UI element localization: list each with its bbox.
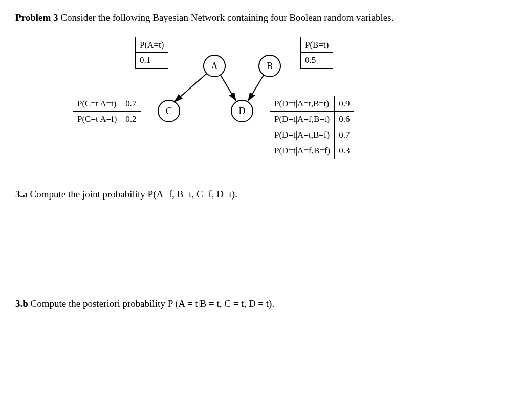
question-3b-label: 3.b bbox=[15, 298, 28, 309]
question-3a-text: Compute the joint probability P(A=f, B=t… bbox=[28, 189, 237, 200]
cpt-b: P(B=t) 0.5 bbox=[300, 37, 333, 69]
node-d: D bbox=[231, 100, 253, 122]
cpt-a-value: 0.1 bbox=[136, 53, 168, 69]
bayesian-network-diagram: A B C D P(A=t) 0.1 P(B=t) 0.5 P(C=t|A=t)… bbox=[62, 34, 462, 167]
cpt-c: P(C=t|A=t) 0.7 P(C=t|A=f) 0.2 bbox=[73, 96, 141, 128]
cpt-a: P(A=t) 0.1 bbox=[135, 37, 168, 69]
cpt-d: P(D=t|A=t,B=t) 0.9 P(D=t|A=f,B=t) 0.6 P(… bbox=[270, 96, 354, 159]
question-3a-label: 3.a bbox=[15, 189, 28, 200]
node-a: A bbox=[203, 55, 226, 77]
problem-label: Problem 3 bbox=[15, 12, 58, 23]
question-3b: 3.b Compute the posteriori probability P… bbox=[15, 297, 509, 311]
cpt-d-row-value: 0.7 bbox=[335, 127, 354, 143]
cpt-b-header: P(B=t) bbox=[301, 37, 333, 53]
problem-text: Consider the following Bayesian Network … bbox=[58, 12, 394, 23]
svg-line-0 bbox=[174, 73, 208, 102]
cpt-d-row-value: 0.3 bbox=[335, 143, 354, 159]
spacer bbox=[15, 201, 509, 293]
cpt-d-row-label: P(D=t|A=t,B=f) bbox=[270, 127, 335, 143]
cpt-a-header: P(A=t) bbox=[136, 37, 168, 53]
cpt-c-row-label: P(C=t|A=f) bbox=[73, 112, 121, 127]
cpt-c-row-value: 0.7 bbox=[121, 96, 141, 112]
problem-heading: Problem 3 Consider the following Bayesia… bbox=[15, 11, 509, 25]
node-b: B bbox=[258, 55, 281, 77]
cpt-d-row-label: P(D=t|A=f,B=f) bbox=[270, 143, 335, 159]
cpt-d-row-value: 0.9 bbox=[335, 96, 354, 112]
cpt-c-row-label: P(C=t|A=t) bbox=[73, 96, 121, 112]
cpt-d-row-label: P(D=t|A=t,B=t) bbox=[270, 96, 335, 112]
cpt-c-row-value: 0.2 bbox=[121, 112, 141, 127]
cpt-d-row-value: 0.6 bbox=[335, 112, 354, 127]
svg-line-2 bbox=[248, 75, 264, 101]
cpt-d-row-label: P(D=t|A=f,B=t) bbox=[270, 112, 335, 127]
node-c: C bbox=[158, 100, 180, 122]
question-3b-text: Compute the posteriori probability P (A … bbox=[28, 298, 274, 309]
question-3a: 3.a Compute the joint probability P(A=f,… bbox=[15, 188, 509, 202]
svg-line-1 bbox=[221, 75, 236, 101]
cpt-b-value: 0.5 bbox=[301, 53, 333, 69]
